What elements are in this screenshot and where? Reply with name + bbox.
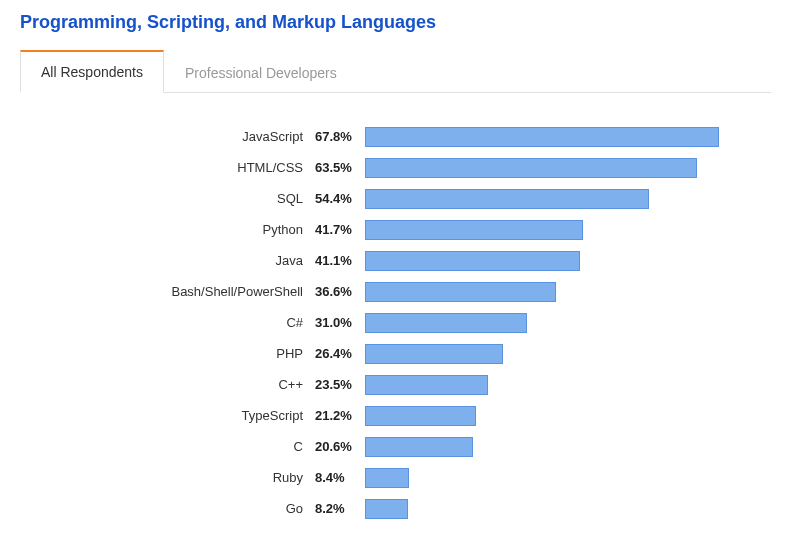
chart-row: SQL54.4% <box>40 183 731 214</box>
chart-row-label: Bash/Shell/PowerShell <box>40 284 315 299</box>
chart-row-value: 41.7% <box>315 222 365 237</box>
chart-row-label: C++ <box>40 377 315 392</box>
chart-row-label: Python <box>40 222 315 237</box>
chart-row: HTML/CSS63.5% <box>40 152 731 183</box>
chart-bar <box>365 158 697 178</box>
chart-bar-track <box>365 437 731 457</box>
chart-row-label: TypeScript <box>40 408 315 423</box>
chart-bar <box>365 437 473 457</box>
chart-row: C#31.0% <box>40 307 731 338</box>
chart-bar <box>365 499 408 519</box>
chart-row-value: 8.2% <box>315 501 365 516</box>
chart-row-value: 26.4% <box>315 346 365 361</box>
chart-bar-track <box>365 313 731 333</box>
chart-bar-track <box>365 375 731 395</box>
chart-row: Bash/Shell/PowerShell36.6% <box>40 276 731 307</box>
bar-chart: JavaScript67.8%HTML/CSS63.5%SQL54.4%Pyth… <box>20 121 771 524</box>
chart-row-label: SQL <box>40 191 315 206</box>
chart-bar <box>365 282 556 302</box>
chart-row: TypeScript21.2% <box>40 400 731 431</box>
chart-row-label: PHP <box>40 346 315 361</box>
chart-bar-track <box>365 344 731 364</box>
tabs-container: All Respondents Professional Developers <box>20 49 771 93</box>
chart-row: Go8.2% <box>40 493 731 524</box>
chart-row-value: 54.4% <box>315 191 365 206</box>
chart-bar-track <box>365 220 731 240</box>
chart-row: Python41.7% <box>40 214 731 245</box>
chart-bar <box>365 375 488 395</box>
chart-row-value: 8.4% <box>315 470 365 485</box>
chart-row-value: 20.6% <box>315 439 365 454</box>
chart-row-label: Go <box>40 501 315 516</box>
chart-bar-track <box>365 468 731 488</box>
chart-row: PHP26.4% <box>40 338 731 369</box>
chart-bar-track <box>365 251 731 271</box>
chart-row-value: 67.8% <box>315 129 365 144</box>
chart-row-label: Ruby <box>40 470 315 485</box>
chart-row-value: 21.2% <box>315 408 365 423</box>
chart-bar <box>365 406 476 426</box>
chart-bar <box>365 220 583 240</box>
chart-row: Ruby8.4% <box>40 462 731 493</box>
chart-bar-track <box>365 499 731 519</box>
tab-all-respondents[interactable]: All Respondents <box>20 50 164 93</box>
chart-row-label: JavaScript <box>40 129 315 144</box>
chart-row-value: 36.6% <box>315 284 365 299</box>
chart-bar <box>365 251 580 271</box>
chart-bar <box>365 344 503 364</box>
chart-row-value: 31.0% <box>315 315 365 330</box>
chart-bar-track <box>365 189 731 209</box>
chart-bar-track <box>365 127 731 147</box>
chart-bar-track <box>365 282 731 302</box>
chart-bar <box>365 313 527 333</box>
chart-row: C20.6% <box>40 431 731 462</box>
chart-bar-track <box>365 158 731 178</box>
chart-bar <box>365 468 409 488</box>
chart-row-value: 63.5% <box>315 160 365 175</box>
chart-row-label: HTML/CSS <box>40 160 315 175</box>
chart-row: Java41.1% <box>40 245 731 276</box>
chart-row-value: 41.1% <box>315 253 365 268</box>
chart-bar-track <box>365 406 731 426</box>
chart-row: JavaScript67.8% <box>40 121 731 152</box>
page-title: Programming, Scripting, and Markup Langu… <box>20 12 771 33</box>
chart-bar <box>365 189 649 209</box>
tab-professional-developers[interactable]: Professional Developers <box>164 52 358 93</box>
chart-row: C++23.5% <box>40 369 731 400</box>
chart-bar <box>365 127 719 147</box>
chart-row-label: C <box>40 439 315 454</box>
chart-row-label: C# <box>40 315 315 330</box>
chart-row-value: 23.5% <box>315 377 365 392</box>
chart-row-label: Java <box>40 253 315 268</box>
